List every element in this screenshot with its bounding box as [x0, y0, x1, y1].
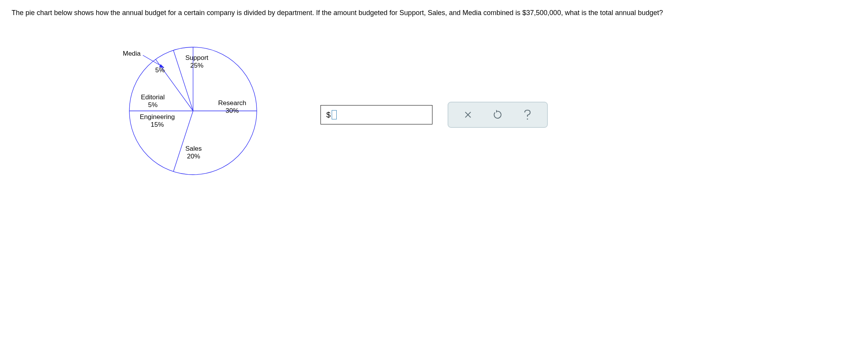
help-icon [522, 109, 532, 121]
answer-prefix: $ [326, 111, 331, 119]
close-button[interactable] [462, 109, 474, 121]
answer-input-box[interactable]: $ [320, 105, 432, 124]
svg-marker-11 [496, 110, 498, 113]
answer-area: $ [320, 102, 548, 128]
help-button[interactable] [521, 109, 534, 121]
close-icon [464, 111, 472, 119]
slice-label-sales: Sales 20% [185, 145, 202, 160]
question-prefix: The pie chart below shows how the annual… [12, 9, 522, 17]
slice-label-editorial: Editorial 5% [141, 94, 164, 109]
question-amount: $37,500,000 [522, 9, 561, 17]
text-cursor-icon [332, 110, 337, 119]
question-suffix: , what is the total annual budget? [561, 9, 663, 17]
slice-label-engineering: Engineering 15% [140, 113, 175, 128]
question-text: The pie chart below shows how the annual… [12, 8, 856, 18]
svg-point-12 [527, 118, 528, 119]
content-row: Support 25% Research 30% Sales 20% Engin… [12, 34, 856, 196]
undo-icon [493, 110, 503, 120]
slice-pct-media: 5% [155, 66, 165, 74]
slice-label-support: Support 25% [185, 54, 209, 69]
pie-chart: Support 25% Research 30% Sales 20% Engin… [112, 34, 274, 196]
svg-line-3 [173, 111, 193, 172]
slice-label-media: Media [123, 50, 141, 58]
slice-label-research: Research 30% [218, 99, 246, 114]
toolbar [448, 102, 548, 128]
undo-button[interactable] [492, 109, 504, 121]
